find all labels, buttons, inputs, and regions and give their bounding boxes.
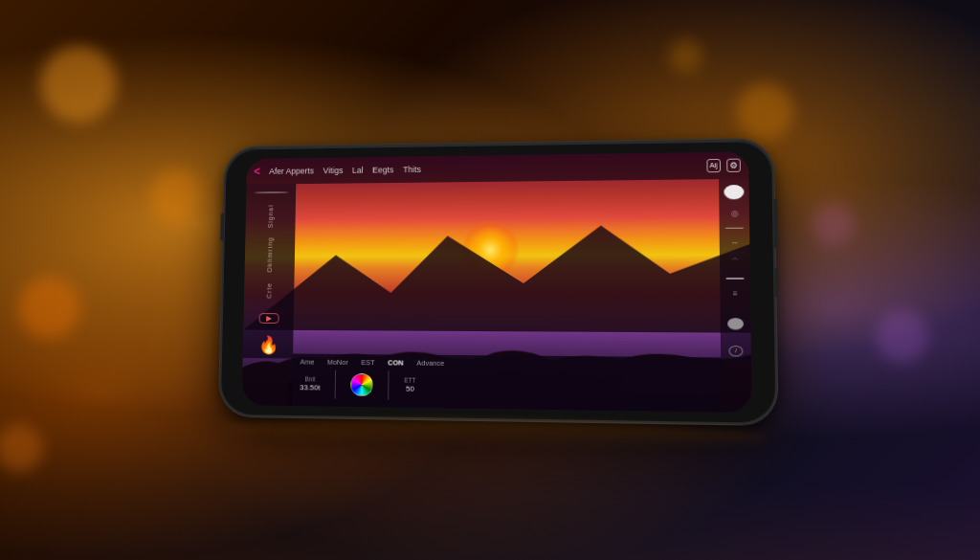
preview-circle[interactable] — [254, 190, 288, 192]
bokeh-light-5 — [736, 83, 793, 141]
face-detect-icon[interactable]: ◎ — [730, 208, 737, 216]
bokeh-light-0 — [40, 46, 117, 123]
mode-icon: / — [735, 347, 737, 353]
settings-icon[interactable]: ⚙ — [726, 158, 741, 171]
play-button[interactable]: ▶ — [258, 312, 278, 323]
brush-icon[interactable]: ⌒ — [731, 257, 740, 267]
bokeh-light-1 — [150, 169, 203, 222]
zoom-icon[interactable]: ↔ — [730, 237, 739, 246]
nav-tabs: Afer Apperts Vitigs Lal Eegts Thits — [269, 160, 697, 175]
color-wheel[interactable] — [350, 372, 373, 395]
left-panel: Signal Oklimring Crte ▶ 🔥 — [243, 183, 297, 357]
ctrl-bnit: Bnit 33.50t — [300, 375, 321, 392]
tab-afer-apperts[interactable]: Afer Apperts — [269, 166, 314, 175]
ctrl-ett: ETT 50 — [404, 376, 415, 392]
bokeh-light-4 — [0, 424, 43, 472]
side-button-left — [220, 213, 224, 240]
control-tabs: Ame MoNor EST CON Advance — [301, 357, 713, 370]
shutter-button[interactable] — [727, 317, 744, 328]
control-values: Bnit 33.50t ETT 50 — [300, 369, 713, 403]
auto-icon[interactable]: Aij — [706, 158, 721, 171]
tab-lal[interactable]: Lal — [352, 165, 364, 174]
left-label-oklimring: Oklimring — [266, 236, 273, 272]
bokeh-light-6 — [812, 203, 855, 246]
ctrl-divider-2 — [388, 370, 389, 398]
bnit-label: Bnit — [305, 375, 316, 382]
back-button[interactable]: < — [254, 164, 260, 176]
tab-vitigs[interactable]: Vitigs — [323, 165, 343, 174]
top-navigation: < Afer Apperts Vitigs Lal Eegts Thits Ai… — [247, 150, 749, 183]
sliders-icon[interactable]: ≡ — [733, 288, 738, 297]
side-button-right-top — [773, 198, 778, 247]
bottom-controls: Ame MoNor EST CON Advance Bnit 33.50t ET — [292, 353, 722, 412]
side-button-right-bottom — [774, 267, 779, 297]
left-label-signal: Signal — [267, 204, 274, 228]
tab-ame[interactable]: Ame — [301, 357, 315, 366]
tab-eegts[interactable]: Eegts — [372, 165, 393, 174]
bokeh-light-2 — [18, 277, 80, 339]
tab-advance[interactable]: Advance — [416, 358, 444, 367]
mode-button[interactable]: / — [728, 345, 743, 356]
surface-reflection — [0, 483, 980, 560]
ctrl-divider-1 — [335, 370, 336, 398]
ett-label: ETT — [404, 376, 415, 383]
bokeh-light-7 — [876, 310, 928, 363]
tab-est[interactable]: EST — [361, 357, 374, 366]
separator-line-1 — [725, 227, 744, 229]
bokeh-light-8 — [669, 39, 702, 73]
left-label-crte: Crte — [266, 281, 273, 298]
tab-monor[interactable]: MoNor — [327, 357, 348, 366]
capture-button[interactable] — [724, 184, 744, 198]
top-right-icons: Aij ⚙ — [706, 158, 741, 172]
bnit-value: 33.50t — [300, 383, 321, 392]
play-icon: ▶ — [266, 313, 272, 322]
phone-body: < Afer Apperts Vitigs Lal Eegts Thits Ai… — [219, 138, 778, 424]
right-panel: ◎ ↔ ⌒ ≡ / — [719, 178, 751, 362]
tab-thits[interactable]: Thits — [403, 164, 421, 173]
phone-mockup: < Afer Apperts Vitigs Lal Eegts Thits Ai… — [219, 138, 778, 424]
separator-line-2 — [726, 277, 745, 279]
fire-icon: 🔥 — [257, 334, 278, 355]
phone-screen: < Afer Apperts Vitigs Lal Eegts Thits Ai… — [242, 150, 752, 412]
ett-value: 50 — [406, 384, 414, 392]
tab-con[interactable]: CON — [388, 357, 403, 366]
